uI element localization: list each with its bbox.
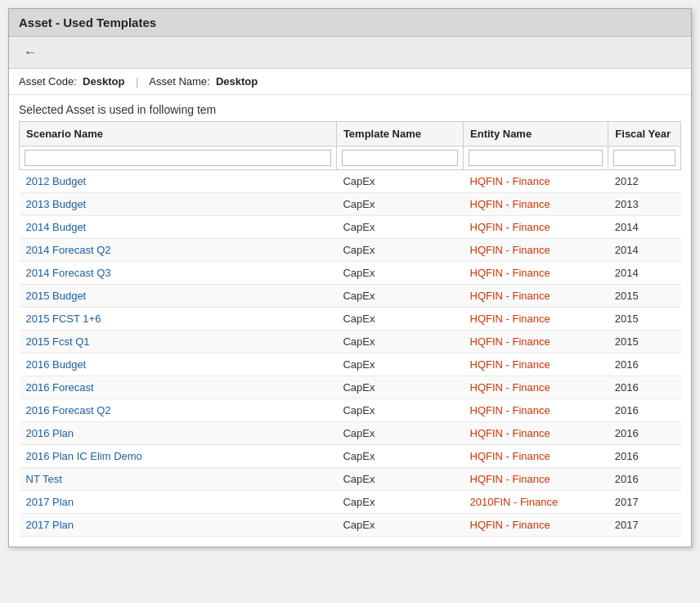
scenario-link[interactable]: 2017 Plan <box>26 496 74 508</box>
cell-entity[interactable]: HQFIN - Finance <box>464 468 608 491</box>
cell-fiscal: 2014 <box>608 262 681 285</box>
table-row: NT TestCapExHQFIN - Finance2016 <box>20 468 681 491</box>
filter-template-input[interactable] <box>342 150 458 166</box>
scenario-link[interactable]: 2016 Forecast <box>26 381 94 394</box>
cell-entity[interactable]: HQFIN - Finance <box>464 193 608 216</box>
table-row: 2017 PlanCapExHQFIN - Finance2017 <box>20 514 681 537</box>
scenario-link[interactable]: 2012 Budget <box>26 175 87 187</box>
toolbar: ← <box>9 37 691 69</box>
cell-entity[interactable]: HQFIN - Finance <box>464 376 608 399</box>
cell-entity[interactable]: 2010FIN - Finance <box>464 491 608 514</box>
scenario-link[interactable]: 2016 Budget <box>26 358 87 371</box>
cell-fiscal: 2016 <box>608 353 681 376</box>
table-row: 2014 BudgetCapExHQFIN - Finance2014 <box>20 216 681 239</box>
cell-template: CapEx <box>336 399 463 422</box>
filter-fiscal-input[interactable] <box>613 150 675 166</box>
cell-template: CapEx <box>336 422 463 445</box>
cell-scenario[interactable]: 2016 Plan IC Elim Demo <box>20 445 337 468</box>
cell-fiscal: 2017 <box>608 491 681 514</box>
cell-entity[interactable]: HQFIN - Finance <box>464 170 608 193</box>
scenario-link[interactable]: 2014 Forecast Q3 <box>26 267 111 279</box>
col-header-template: Template Name <box>336 122 463 146</box>
scenario-link[interactable]: 2017 Plan <box>26 519 74 531</box>
cell-scenario[interactable]: 2017 Plan <box>20 491 337 514</box>
cell-template: CapEx <box>336 376 463 399</box>
cell-entity[interactable]: HQFIN - Finance <box>464 422 608 445</box>
cell-entity[interactable]: HQFIN - Finance <box>464 353 608 376</box>
cell-entity[interactable]: HQFIN - Finance <box>464 331 608 353</box>
cell-fiscal: 2016 <box>608 376 681 399</box>
cell-scenario[interactable]: 2016 Forecast <box>20 376 337 399</box>
cell-template: CapEx <box>336 262 463 285</box>
filter-fiscal-cell <box>608 146 681 170</box>
table-row: 2013 BudgetCapExHQFIN - Finance2013 <box>20 193 681 216</box>
title-bar: Asset - Used Templates <box>9 9 691 37</box>
used-templates-table: Scenario Name Template Name Entity Name … <box>19 121 681 537</box>
cell-template: CapEx <box>336 170 463 193</box>
table-row: 2015 FCST 1+6CapExHQFIN - Finance2015 <box>20 308 681 331</box>
cell-entity[interactable]: HQFIN - Finance <box>464 514 608 537</box>
asset-name-value: Desktop <box>216 75 258 88</box>
cell-entity[interactable]: HQFIN - Finance <box>464 239 608 262</box>
filter-entity-input[interactable] <box>469 150 603 166</box>
cell-entity[interactable]: HQFIN - Finance <box>464 399 608 422</box>
cell-fiscal: 2014 <box>608 239 681 262</box>
back-button[interactable]: ← <box>19 43 42 61</box>
cell-scenario[interactable]: 2015 Budget <box>20 285 337 308</box>
cell-scenario[interactable]: NT Test <box>20 468 337 491</box>
cell-scenario[interactable]: 2014 Budget <box>20 216 337 239</box>
cell-scenario[interactable]: 2013 Budget <box>20 193 337 216</box>
filter-row <box>20 146 681 170</box>
scenario-link[interactable]: 2013 Budget <box>26 198 87 210</box>
cell-scenario[interactable]: 2012 Budget <box>20 170 337 193</box>
cell-template: CapEx <box>336 491 463 514</box>
table-row: 2017 PlanCapEx2010FIN - Finance2017 <box>20 491 681 514</box>
scenario-link[interactable]: 2016 Plan <box>26 427 74 439</box>
cell-scenario[interactable]: 2016 Forecast Q2 <box>20 399 337 422</box>
main-window: Asset - Used Templates ← Asset Code: Des… <box>8 8 692 547</box>
cell-template: CapEx <box>336 285 463 308</box>
cell-fiscal: 2012 <box>608 170 681 193</box>
cell-entity[interactable]: HQFIN - Finance <box>464 308 608 331</box>
cell-fiscal: 2015 <box>608 331 681 353</box>
scenario-link[interactable]: 2016 Forecast Q2 <box>26 404 111 416</box>
filter-scenario-input[interactable] <box>25 150 331 166</box>
table-row: 2016 PlanCapExHQFIN - Finance2016 <box>20 422 681 445</box>
filter-template-cell <box>336 146 463 170</box>
cell-fiscal: 2015 <box>608 285 681 308</box>
scenario-link[interactable]: 2015 Budget <box>26 290 87 302</box>
asset-name-label: Asset Name: <box>149 75 209 88</box>
cell-template: CapEx <box>336 239 463 262</box>
cell-fiscal: 2016 <box>608 399 681 422</box>
cell-scenario[interactable]: 2015 FCST 1+6 <box>20 308 337 331</box>
cell-scenario[interactable]: 2014 Forecast Q3 <box>20 262 337 285</box>
window-title: Asset - Used Templates <box>19 16 156 29</box>
scenario-link[interactable]: NT Test <box>26 473 62 485</box>
cell-template: CapEx <box>336 353 463 376</box>
cell-entity[interactable]: HQFIN - Finance <box>464 216 608 239</box>
cell-fiscal: 2016 <box>608 468 681 491</box>
table-header-row: Scenario Name Template Name Entity Name … <box>20 122 681 146</box>
cell-fiscal: 2017 <box>608 514 681 537</box>
cell-entity[interactable]: HQFIN - Finance <box>464 262 608 285</box>
info-bar: Asset Code: Desktop | Asset Name: Deskto… <box>9 69 691 95</box>
scenario-link[interactable]: 2014 Forecast Q2 <box>26 244 111 256</box>
cell-entity[interactable]: HQFIN - Finance <box>464 285 608 308</box>
cell-scenario[interactable]: 2016 Plan <box>20 422 337 445</box>
cell-template: CapEx <box>336 216 463 239</box>
cell-scenario[interactable]: 2015 Fcst Q1 <box>20 331 337 353</box>
cell-scenario[interactable]: 2016 Budget <box>20 353 337 376</box>
scenario-link[interactable]: 2015 FCST 1+6 <box>26 313 101 325</box>
scenario-link[interactable]: 2015 Fcst Q1 <box>26 335 90 348</box>
table-row: 2015 Fcst Q1CapExHQFIN - Finance2015 <box>20 331 681 353</box>
cell-template: CapEx <box>336 331 463 353</box>
filter-scenario-cell <box>20 146 337 170</box>
cell-entity[interactable]: HQFIN - Finance <box>464 445 608 468</box>
scenario-link[interactable]: 2014 Budget <box>26 221 87 233</box>
cell-template: CapEx <box>336 514 463 537</box>
table-row: 2015 BudgetCapExHQFIN - Finance2015 <box>20 285 681 308</box>
scenario-link[interactable]: 2016 Plan IC Elim Demo <box>26 450 142 462</box>
cell-fiscal: 2015 <box>608 308 681 331</box>
cell-scenario[interactable]: 2014 Forecast Q2 <box>20 239 337 262</box>
cell-scenario[interactable]: 2017 Plan <box>20 514 337 537</box>
